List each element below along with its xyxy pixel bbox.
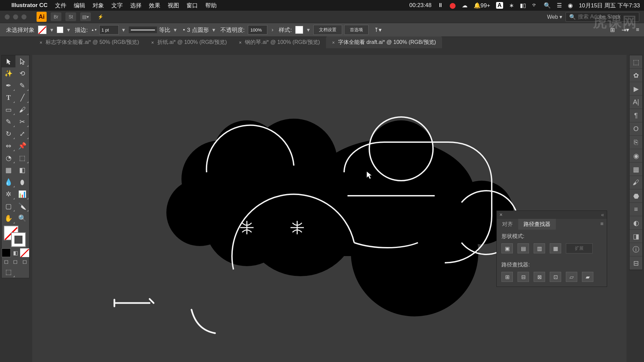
- rectangle-tool-icon[interactable]: ▭: [2, 104, 15, 116]
- pathfinder-minus-back-icon[interactable]: ▰: [582, 272, 593, 282]
- document-setup-button[interactable]: 文档设置: [313, 25, 342, 35]
- panel-close-icon[interactable]: ×: [499, 212, 502, 218]
- eyedropper-tool-icon[interactable]: 💧: [2, 176, 15, 188]
- width-tool-icon[interactable]: ⇔: [2, 140, 15, 152]
- mesh-tool-icon[interactable]: ▦: [2, 164, 15, 176]
- hand-tool-icon[interactable]: ✋: [2, 212, 15, 224]
- swatches-panel-icon[interactable]: ▦: [630, 163, 642, 176]
- close-icon[interactable]: ×: [239, 40, 241, 45]
- shaper-tool-icon[interactable]: ✎: [2, 116, 15, 128]
- menu-effect[interactable]: 效果: [149, 2, 160, 9]
- draw-inside-icon[interactable]: ◻: [20, 257, 29, 266]
- stroke-swatch[interactable]: [57, 26, 63, 33]
- menu-edit[interactable]: 编辑: [74, 2, 85, 9]
- menu-window[interactable]: 窗口: [186, 2, 198, 9]
- arrange-documents-icon[interactable]: ▤▾: [80, 12, 91, 21]
- isolate-icon[interactable]: ⇥▾: [622, 26, 629, 34]
- draw-normal-icon[interactable]: ◻: [2, 257, 11, 266]
- menubar-date[interactable]: 10月15日 周五 下午7:33: [579, 2, 640, 9]
- none-mode-icon[interactable]: [20, 248, 29, 257]
- align-panel-icon[interactable]: ⊟: [630, 256, 642, 270]
- stroke-weight-input[interactable]: [99, 25, 119, 35]
- stroke-panel-icon[interactable]: ≡: [630, 203, 642, 216]
- close-icon[interactable]: ×: [332, 40, 335, 45]
- color-mode-icon[interactable]: [2, 248, 11, 257]
- close-icon[interactable]: ×: [40, 40, 42, 45]
- wechat-icon[interactable]: ☁: [462, 2, 468, 9]
- column-graph-tool-icon[interactable]: 📊: [15, 188, 29, 200]
- properties-panel-icon[interactable]: ⬚: [630, 55, 642, 69]
- control-center-icon[interactable]: ☰: [557, 2, 562, 9]
- stroke-profile[interactable]: [129, 26, 157, 33]
- preferences-button[interactable]: 首选项: [344, 25, 369, 35]
- align-tab[interactable]: 对齐: [497, 219, 518, 230]
- pathfinder-outline-icon[interactable]: ▱: [566, 272, 577, 282]
- draw-behind-icon[interactable]: ◻: [11, 257, 20, 266]
- profile-dropdown-icon[interactable]: ▾: [172, 26, 178, 34]
- menu-select[interactable]: 选择: [130, 2, 142, 9]
- character-panel-icon[interactable]: A|: [630, 96, 642, 109]
- record-icon[interactable]: ⬤: [449, 2, 456, 9]
- fill-stroke-control[interactable]: [2, 224, 29, 248]
- eraser-tool-icon[interactable]: ✂: [15, 116, 29, 128]
- gpu-preview-icon[interactable]: ⚡: [95, 12, 106, 21]
- stroke-dropdown-icon[interactable]: ▾: [65, 26, 71, 34]
- paragraph-panel-icon[interactable]: ¶: [630, 109, 642, 122]
- menu-type[interactable]: 文字: [111, 2, 123, 9]
- links-panel-icon[interactable]: ⎘: [630, 136, 642, 149]
- screen-mode-icon[interactable]: ⬚: [2, 266, 15, 278]
- spotlight-icon[interactable]: 🔍: [544, 2, 551, 9]
- slice-tool-icon[interactable]: 🔪: [15, 200, 29, 212]
- free-transform-tool-icon[interactable]: 📌: [15, 140, 29, 152]
- perspective-grid-tool-icon[interactable]: ⬚: [15, 152, 29, 164]
- shapemode-intersect-icon[interactable]: ▥: [534, 243, 545, 253]
- color-panel-icon[interactable]: ✿: [630, 69, 642, 82]
- line-segment-tool-icon[interactable]: ╱: [15, 92, 29, 104]
- brush-dropdown-icon[interactable]: ▾: [211, 26, 217, 34]
- zoom-tool-icon[interactable]: 🔍: [15, 212, 29, 224]
- shapemode-exclude-icon[interactable]: ▦: [550, 243, 561, 253]
- gradient-tool-icon[interactable]: ◧: [15, 164, 29, 176]
- style-dropdown-icon[interactable]: ▾: [305, 26, 311, 34]
- bluetooth-icon[interactable]: ∗: [509, 2, 514, 9]
- siri-icon[interactable]: ◉: [568, 2, 573, 9]
- pen-tool-icon[interactable]: ✒: [2, 79, 15, 92]
- menu-object[interactable]: 对象: [93, 2, 104, 9]
- pathfinder-trim-icon[interactable]: ⊟: [518, 272, 529, 282]
- menu-file[interactable]: 文件: [55, 2, 66, 9]
- info-panel-icon[interactable]: ⓘ: [630, 243, 642, 256]
- brushes-panel-icon[interactable]: 🖌: [630, 176, 642, 189]
- blend-tool-icon[interactable]: ⬮: [15, 176, 29, 188]
- document-tab[interactable]: × 折纸.ai* @ 100% (RGB/预览): [145, 37, 233, 48]
- wifi-icon[interactable]: ᯤ: [532, 2, 538, 9]
- panel-collapse-icon[interactable]: «: [601, 212, 604, 218]
- expand-button[interactable]: 扩展: [566, 243, 593, 253]
- adobe-stock-search[interactable]: 🔍 搜索 Adobe Stock: [566, 12, 639, 22]
- selection-tool-icon[interactable]: [2, 55, 15, 67]
- rotate-tool-icon[interactable]: ↻: [2, 128, 15, 140]
- notifications-icon[interactable]: 🔔99+: [474, 2, 490, 9]
- input-method-icon[interactable]: A: [496, 2, 503, 9]
- stroke-stepper-icon[interactable]: ▲▼: [91, 28, 97, 32]
- document-tab[interactable]: × 钢的琴.ai* @ 100% (RGB/预览): [233, 37, 326, 48]
- gradient-panel-icon[interactable]: ◐: [630, 216, 642, 230]
- shape-builder-tool-icon[interactable]: ◔: [2, 152, 15, 164]
- close-icon[interactable]: ×: [151, 40, 154, 45]
- window-zoom-icon[interactable]: [21, 14, 26, 19]
- appearance-panel-icon[interactable]: ◉: [630, 149, 642, 163]
- align-to-icon[interactable]: ⤒▾: [374, 26, 382, 34]
- opacity-input[interactable]: [248, 25, 267, 35]
- pathfinder-divide-icon[interactable]: ⊞: [501, 272, 513, 282]
- scale-tool-icon[interactable]: ⤢: [15, 128, 29, 140]
- pathfinder-tab[interactable]: 路径查找器: [518, 219, 556, 230]
- fill-dropdown-icon[interactable]: ▾: [49, 26, 55, 34]
- shapemode-unite-icon[interactable]: ▣: [501, 243, 513, 253]
- opacity-dropdown-icon[interactable]: ›: [269, 26, 275, 33]
- actions-panel-icon[interactable]: ▶: [630, 82, 642, 96]
- menu-view[interactable]: 视图: [168, 2, 179, 9]
- paintbrush-tool-icon[interactable]: 🖌: [15, 104, 29, 116]
- menu-help[interactable]: 帮助: [205, 2, 217, 9]
- bridge-icon[interactable]: Br: [51, 12, 61, 21]
- window-close-icon[interactable]: [5, 14, 10, 19]
- artboard-tool-icon[interactable]: ▢: [2, 200, 15, 212]
